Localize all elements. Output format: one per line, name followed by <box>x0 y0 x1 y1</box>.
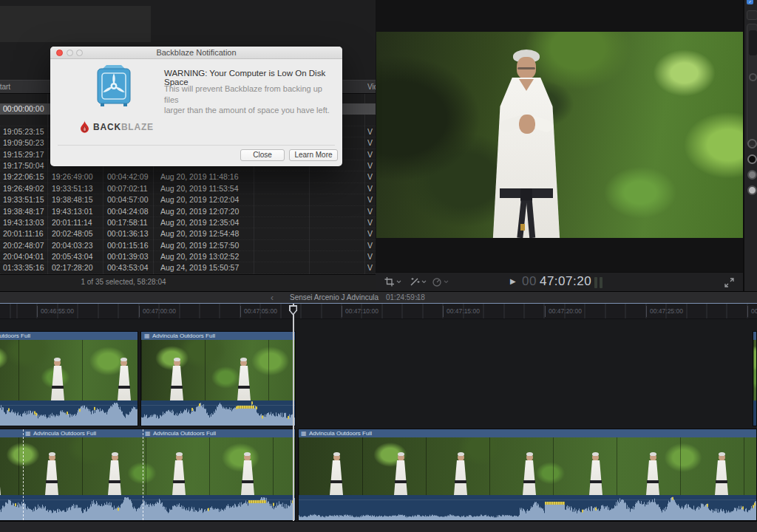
control-slot[interactable] <box>747 10 757 20</box>
clip-thumbnails <box>299 437 756 495</box>
cell-video: V <box>367 194 376 205</box>
crop-tool-button[interactable] <box>384 277 401 287</box>
checkbox-icon[interactable]: ✓ <box>747 0 753 4</box>
table-row[interactable]: 20:02:48:0720:04:03:2300:01:15:16Aug 20,… <box>0 240 376 251</box>
marked-range <box>545 502 565 520</box>
project-name[interactable]: Sensei Arcenio J Advincula <box>290 293 378 301</box>
cell-start: 19:15:29:17 <box>3 149 47 160</box>
clip-label: Advincula Outdoors Full <box>0 332 30 339</box>
browser-filmstrip-area <box>0 6 151 42</box>
clip-label: Advincula Outdoors Full <box>152 332 215 339</box>
cell-duration: 00:04:57:00 <box>107 194 152 205</box>
clip-thumbnail-figure <box>240 454 255 495</box>
table-row[interactable]: 19:43:13:0320:01:11:1400:17:58:11Aug 20,… <box>0 217 376 228</box>
cell-video: V <box>367 206 376 217</box>
playhead-line[interactable] <box>293 304 294 521</box>
timecode-hours: 00 <box>522 274 537 288</box>
cell-created: Aug 20, 2019 11:53:54 <box>160 183 252 194</box>
cell-end: 19:38:48:15 <box>52 194 101 205</box>
table-row[interactable]: 19:22:06:1519:26:49:0000:04:42:09Aug 20,… <box>0 171 376 183</box>
clip-label: Advincula Outdoors Full <box>153 430 216 437</box>
clip-grid-icon: ▦ <box>144 332 150 339</box>
circle-button[interactable] <box>747 139 757 149</box>
cell-video: V <box>367 251 376 262</box>
fcp-window: Start Video 00:00:00:0019:05:23:15V19:09… <box>0 0 757 532</box>
table-row[interactable]: 20:04:04:0120:05:43:0400:01:39:03Aug 20,… <box>0 251 376 262</box>
marked-range <box>237 406 254 426</box>
timeline-ruler[interactable]: 00:46:55:0000:47:00:0000:47:05:0000:47:1… <box>0 304 757 319</box>
project-duration: 01:24:59:18 <box>386 293 425 301</box>
cell-start: 19:26:49:02 <box>3 183 47 194</box>
circle-button[interactable] <box>747 154 757 164</box>
fullscreen-icon[interactable] <box>724 277 734 290</box>
inspector-edge-strip: ✓ <box>743 0 757 291</box>
dialog-titlebar[interactable]: Backblaze Notification <box>50 47 342 59</box>
clip-grid-icon: ▦ <box>25 430 31 437</box>
cell-start: 19:05:23:15 <box>3 126 47 137</box>
cell-duration: 00:17:58:11 <box>107 217 152 228</box>
current-timecode: 0047:07:20 <box>522 274 591 289</box>
cell-start: 19:33:51:15 <box>3 194 47 205</box>
table-row[interactable]: 19:26:49:0219:33:51:1300:07:02:11Aug 20,… <box>0 183 376 194</box>
window-close-button[interactable] <box>56 50 63 56</box>
cell-end: 20:05:43:04 <box>52 251 101 262</box>
close-button[interactable]: Close <box>240 149 285 161</box>
cell-end: 19:26:49:00 <box>52 171 101 183</box>
audio-meter <box>600 277 602 288</box>
cell-duration: 00:07:02:11 <box>107 183 152 194</box>
timeline-clip[interactable]: ▦ Advincula Outdoors Full <box>0 331 138 426</box>
audio-meter[interactable] <box>594 277 597 288</box>
cell-created: Aug 20, 2019 13:02:52 <box>160 251 252 262</box>
timeline-clip[interactable]: ▦ Advincula Outdoors Full ▦ Advincula Ou… <box>0 429 296 521</box>
cell-end: 20:02:48:05 <box>52 228 101 239</box>
body-line: This will prevent Backblaze from backing… <box>164 83 336 105</box>
clip-thumbnail-figure <box>237 359 251 400</box>
table-row[interactable]: 01:33:35:1602:17:28:2000:43:53:04Aug 24,… <box>0 262 376 273</box>
table-row[interactable]: 19:38:48:1719:43:13:0100:04:24:08Aug 20,… <box>0 206 376 217</box>
body-line: larger than the amount of space you have… <box>164 105 336 116</box>
marked-range <box>248 500 266 520</box>
previous-project-chevron[interactable]: ‹ <box>271 293 274 303</box>
clip-thumbnail-figure <box>50 359 65 400</box>
circle-button[interactable] <box>747 170 757 180</box>
timeline-clip[interactable]: ▦ Advincula Outdoors Full <box>298 429 757 521</box>
next-project-chevron[interactable]: › <box>415 293 418 303</box>
timeline-topbar: ‹ Sensei Arcenio J Advincula 01:24:59:18… <box>0 291 757 303</box>
cell-end: 02:17:28:20 <box>52 262 101 273</box>
play-button[interactable]: ▶ <box>510 277 516 285</box>
table-row[interactable]: 20:01:11:1620:02:48:0500:01:36:13Aug 20,… <box>0 228 376 239</box>
retime-button[interactable] <box>432 277 449 287</box>
cell-created: Aug 20, 2019 12:35:04 <box>160 217 252 228</box>
learn-more-button[interactable]: Learn More <box>289 149 338 161</box>
window-minimize-button[interactable] <box>67 50 73 56</box>
window-zoom-button[interactable] <box>76 50 83 56</box>
cell-start: 20:01:11:16 <box>3 228 47 239</box>
cell-end: 20:04:03:23 <box>52 240 101 251</box>
cell-video: V <box>367 262 376 273</box>
cell-created: Aug 20, 2019 12:54:48 <box>160 228 252 239</box>
video-frame[interactable] <box>376 32 743 238</box>
table-row[interactable]: 19:33:51:1519:38:48:1500:04:57:00Aug 20,… <box>0 194 376 205</box>
clip-header <box>753 332 756 340</box>
enhancements-wand-button[interactable] <box>410 277 427 287</box>
cell-video: V <box>367 183 376 194</box>
timeline-clip[interactable]: ▦ Advincula Outdoors Full <box>140 331 296 426</box>
cell-start: 20:04:04:01 <box>3 251 47 262</box>
cell-end: 19:33:51:13 <box>52 183 101 194</box>
column-header-video[interactable]: Video <box>367 81 376 93</box>
column-header-start[interactable]: Start <box>0 81 41 93</box>
viewer-toolbar: ▶ 0047:07:20 <box>376 272 757 291</box>
cell-end: 19:43:13:01 <box>52 206 101 217</box>
through-edit-marker[interactable] <box>143 429 143 520</box>
clip-thumbnail-figure <box>588 454 603 495</box>
cell-video: V <box>367 228 376 239</box>
cell-start: 01:33:35:16 <box>3 262 47 273</box>
dial-icon[interactable] <box>749 73 757 81</box>
cell-video: V <box>367 217 376 228</box>
timeline-panel: 00:46:55:0000:47:00:0000:47:05:0000:47:1… <box>0 304 757 532</box>
cell-video: V <box>367 137 376 149</box>
timeline-clip-sliver[interactable] <box>753 331 757 426</box>
circle-button[interactable] <box>747 185 757 195</box>
through-edit-marker[interactable] <box>23 429 24 520</box>
brand-bold: BACK <box>93 122 121 132</box>
